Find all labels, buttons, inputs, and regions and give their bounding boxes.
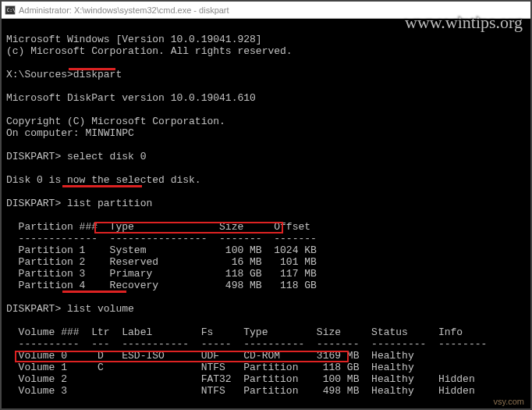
partition-row: Partition 1 System 100 MB 1024 KB <box>6 244 317 256</box>
banner-line: Microsoft Windows [Version 10.0.19041.92… <box>6 34 262 45</box>
volume-divider: ---------- --- ----------- ----- -------… <box>6 338 487 350</box>
diskpart-version: Microsoft DiskPart version 10.0.19041.61… <box>6 92 256 104</box>
terminal-output[interactable]: Microsoft Windows [Version 10.0.19041.92… <box>2 19 530 410</box>
partition-header: Partition ### Type Size Offset <box>6 221 310 233</box>
diskpart-prompt: DISKPART> list volume <box>6 303 134 315</box>
partition-row: Partition 2 Reserved 16 MB 101 MB <box>6 256 317 268</box>
window-titlebar[interactable]: C:\ Administrator: X:\windows\system32\c… <box>2 2 530 19</box>
partition-row: Partition 4 Recovery 498 MB 118 GB <box>6 280 317 291</box>
computer-line: On computer: MINWINPC <box>6 127 134 139</box>
volume-row: Volume 0 D ESD-ISO UDF CD-ROM 3169 MB He… <box>6 350 414 362</box>
volume-row: Volume 3 NTFS Partition 498 MB Healthy H… <box>6 385 475 397</box>
result-line: Disk 0 is now the selected disk. <box>6 174 201 186</box>
partition-divider: ------------- ---------------- ------- -… <box>6 233 317 244</box>
banner-line: (c) Microsoft Corporation. All rights re… <box>6 45 293 57</box>
svg-text:C:\: C:\ <box>7 6 16 12</box>
partition-row: Partition 3 Primary 118 GB 117 MB <box>6 268 317 280</box>
footer-credit: vsy.com <box>493 397 524 406</box>
volume-header: Volume ### Ltr Label Fs Type Size Status… <box>6 326 463 338</box>
cmd-icon: C:\ <box>5 5 16 16</box>
window-title: Administrator: X:\windows\system32\cmd.e… <box>19 5 229 15</box>
copyright-line: Copyright (C) Microsoft Corporation. <box>6 116 225 127</box>
diskpart-prompt: DISKPART> list partition <box>6 198 152 209</box>
prompt-line: X:\Sources>diskpart <box>6 69 122 80</box>
volume-row: Volume 2 FAT32 Partition 100 MB Healthy … <box>6 373 475 385</box>
volume-row: Volume 1 C NTFS Partition 118 GB Healthy <box>6 362 414 373</box>
diskpart-prompt: DISKPART> select disk 0 <box>6 151 146 162</box>
